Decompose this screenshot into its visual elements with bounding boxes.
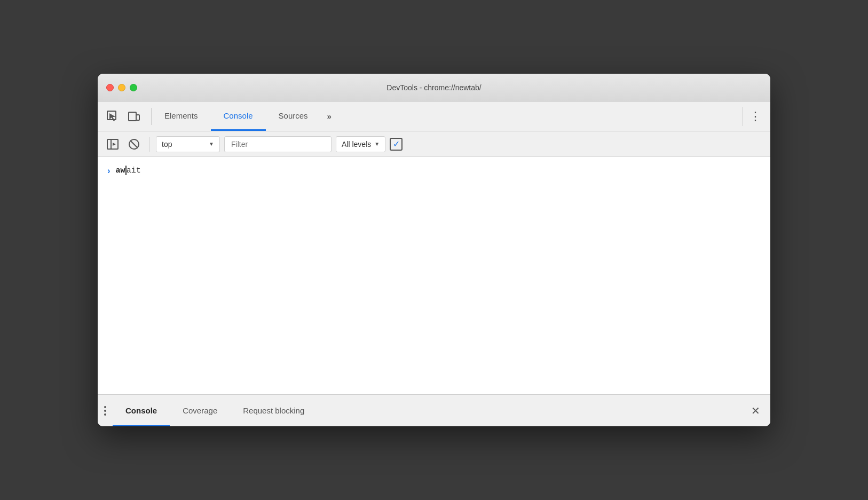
- toolbar-right: ⋮: [738, 107, 764, 126]
- bottom-tab-request-blocking[interactable]: Request blocking: [230, 395, 317, 427]
- svg-rect-1: [129, 112, 136, 121]
- levels-dropdown-arrow: ▼: [374, 141, 380, 147]
- devtools-window: DevTools - chrome://newtab/: [98, 74, 770, 426]
- filter-input[interactable]: [224, 136, 332, 152]
- await-normal-part: ait: [127, 166, 141, 175]
- console-toolbar-divider: [149, 137, 149, 152]
- log-levels-selector[interactable]: All levels ▼: [336, 136, 385, 152]
- svg-line-6: [130, 140, 138, 148]
- toggle-sidebar-button[interactable]: [104, 136, 121, 153]
- tab-area: Elements Console Sources »: [152, 101, 738, 131]
- tab-elements[interactable]: Elements: [152, 101, 211, 131]
- tab-console[interactable]: Console: [211, 101, 266, 131]
- title-bar: DevTools - chrome://newtab/: [98, 74, 770, 101]
- inspect-element-button[interactable]: [104, 108, 121, 125]
- context-value: top: [162, 140, 204, 149]
- main-toolbar: Elements Console Sources » ⋮: [98, 101, 770, 131]
- log-levels-label: All levels: [342, 140, 371, 149]
- checkbox-option[interactable]: ✓: [390, 138, 403, 151]
- tab-sources[interactable]: Sources: [266, 101, 321, 131]
- console-entry: › await: [106, 163, 762, 178]
- device-toggle-button[interactable]: [125, 108, 143, 125]
- close-bottom-panel-button[interactable]: ✕: [747, 402, 764, 419]
- await-bold-part: aw: [116, 166, 125, 175]
- console-input-text: await: [116, 166, 141, 175]
- bottom-panel-menu-button[interactable]: [104, 406, 106, 416]
- context-selector[interactable]: top ▼: [156, 136, 220, 152]
- more-tabs-button[interactable]: »: [321, 101, 338, 131]
- traffic-lights: [106, 84, 137, 91]
- bottom-tab-console[interactable]: Console: [113, 395, 170, 427]
- devtools-menu-button[interactable]: ⋮: [749, 111, 762, 122]
- bottom-panel: Console Coverage Request blocking ✕: [98, 394, 770, 426]
- console-content[interactable]: › await: [98, 157, 770, 394]
- window-title: DevTools - chrome://newtab/: [386, 83, 481, 92]
- context-dropdown-arrow: ▼: [209, 141, 214, 147]
- svg-rect-2: [136, 115, 139, 120]
- console-toolbar: top ▼ All levels ▼ ✓: [98, 131, 770, 157]
- expand-arrow-icon[interactable]: ›: [106, 167, 112, 176]
- toolbar-divider: [743, 107, 743, 126]
- toolbar-icons: [104, 108, 152, 125]
- devtools-panel: Elements Console Sources » ⋮: [98, 101, 770, 426]
- minimize-button[interactable]: [118, 84, 125, 91]
- bottom-tab-coverage[interactable]: Coverage: [170, 395, 230, 427]
- close-button[interactable]: [106, 84, 114, 91]
- maximize-button[interactable]: [130, 84, 137, 91]
- clear-console-button[interactable]: [125, 136, 143, 153]
- svg-marker-4: [113, 143, 116, 146]
